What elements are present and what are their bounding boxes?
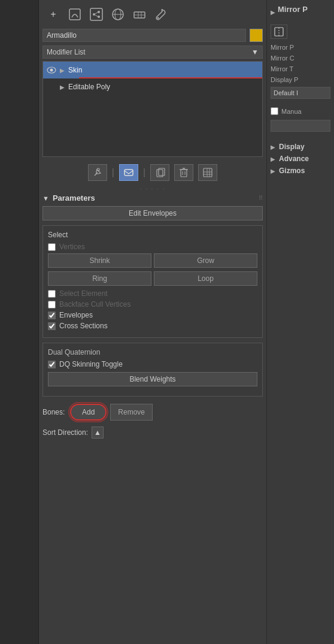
remove-button[interactable]: Remove [110,404,153,421]
edit-envelopes-label: Edit Envelopes [129,209,177,217]
envelopes-row: Envelopes [48,311,257,319]
svg-line-6 [95,15,98,17]
poly-arrow-icon: ▶ [60,84,65,90]
right-panel-arrow: ▶ [271,9,275,16]
select-label: Select [48,231,257,239]
mirror-c-row: Mirror C [271,55,330,62]
plane-icon[interactable] [131,6,148,23]
wrench-icon[interactable] [153,6,169,23]
mirror-c-label: Mirror C [271,55,294,62]
vertices-row: Vertices [48,243,257,251]
copy-button[interactable] [150,164,169,181]
loop-label: Loop [198,274,214,283]
parameters-arrow[interactable]: ▼ [42,195,49,202]
sort-arrow-button[interactable]: ▲ [92,427,104,439]
display-p-row: Display P [271,76,330,83]
blend-weights-button[interactable]: Blend Weights [48,372,257,386]
display-section-item[interactable]: ▶ Display [271,143,330,151]
pin-button[interactable] [88,164,107,181]
backface-cull-label: Backface Cull Vertices [59,300,130,309]
cross-sections-checkbox[interactable] [48,322,56,330]
dual-quaternion-title: Dual Quaternion [48,348,257,356]
shrink-button[interactable]: Shrink [48,253,151,268]
modifier-skin[interactable]: ▶ Skin [43,62,262,78]
select-element-row: Select Element [48,289,257,298]
right-panel-title: Mirror P [278,5,308,14]
svg-rect-32 [275,28,283,36]
skin-name: Skin [68,66,82,74]
advance-arrow: ▶ [271,156,275,162]
envelopes-checkbox[interactable] [48,312,56,319]
stack-toolbar: | | [42,161,263,185]
svg-line-5 [95,13,98,14]
gizmos-section-item[interactable]: ▶ Gizmos [271,167,330,175]
vertices-label: Vertices [59,243,85,251]
add-button[interactable]: Add [70,404,107,421]
loop-button[interactable]: Loop [154,271,257,286]
advance-section-item[interactable]: ▶ Advance [271,155,330,163]
parameters-header: ▼ Parameters ⠿ [42,193,263,202]
edit-envelopes-button[interactable]: Edit Envelopes [42,206,263,220]
vertices-checkbox[interactable] [48,243,56,251]
skin-underline [79,77,262,78]
gizmos-arrow: ▶ [271,168,275,174]
right-panel: ▶ Mirror P Mirror P Mirror C Mirror T Di… [266,0,334,644]
envelope-button[interactable] [119,164,138,181]
add-label: Add [82,408,95,416]
dq-toggle-checkbox[interactable] [48,361,56,368]
shrink-label: Shrink [89,256,110,265]
svg-point-3 [98,11,100,13]
svg-point-14 [157,17,159,19]
manual-row: Manua [271,107,330,115]
bones-label: Bones: [42,408,66,416]
backface-cull-checkbox[interactable] [48,301,56,309]
object-name-input[interactable] [42,29,246,42]
edit-curve-icon[interactable] [66,6,83,23]
modifier-list-row: Modifier List ▼ [42,46,263,59]
manual-value-input[interactable] [271,120,330,132]
modifier-list-dropdown[interactable]: Modifier List ▼ [42,46,263,59]
mirror-p-row: Mirror P [271,44,330,51]
manual-label: Manua [281,108,302,115]
grow-label: Grow [197,256,214,265]
add-icon[interactable]: + [45,6,62,23]
drag-handle: · · · · · [42,186,263,192]
select-element-label: Select Element [59,289,108,298]
hierarchy-icon[interactable] [88,6,105,23]
sphere-icon[interactable] [110,6,126,23]
poly-name: Editable Poly [68,83,110,91]
bones-row: Bones: Add Remove [42,401,263,423]
cross-sections-row: Cross Sections [48,322,257,330]
divider-2: | [143,167,145,178]
right-sections: ▶ Display ▶ Advance ▶ Gizmos [271,143,330,179]
display-section-label: Display [279,143,305,151]
select-group: Select Vertices Shrink Grow Ring Loop [42,225,263,338]
modifier-empty-area [43,95,262,143]
modifier-editable-poly[interactable]: ▶ Editable Poly [43,78,262,95]
mirror-t-label: Mirror T [271,65,293,72]
skin-eye-icon[interactable] [47,66,56,74]
remove-label: Remove [118,408,145,416]
ring-button[interactable]: Ring [48,271,151,286]
dual-quaternion-section: Dual Quaternion DQ Skinning Toggle Blend… [42,343,263,397]
grid-button[interactable] [198,164,217,181]
svg-rect-22 [181,170,187,177]
gizmos-section-label: Gizmos [279,167,305,175]
main-toolbar: + [42,5,263,24]
delete-button[interactable] [174,164,193,181]
mirror-icon-button[interactable] [271,25,287,39]
parameters-title: Parameters [53,193,95,202]
svg-rect-19 [125,170,133,176]
envelopes-label: Envelopes [59,311,93,319]
sort-direction-label: Sort Direction: [42,428,88,437]
sort-direction-row: Sort Direction: ▲ [42,427,263,439]
modifier-list-label: Modifier List [47,48,86,56]
ring-loop-row: Ring Loop [48,271,257,286]
grow-button[interactable]: Grow [154,253,257,268]
select-element-checkbox[interactable] [48,290,56,298]
right-dropdown-input[interactable] [271,87,330,99]
object-color-swatch[interactable] [250,29,263,42]
modifier-list-arrow: ▼ [251,48,259,56]
manual-checkbox[interactable] [271,107,278,115]
left-strip [0,0,39,644]
